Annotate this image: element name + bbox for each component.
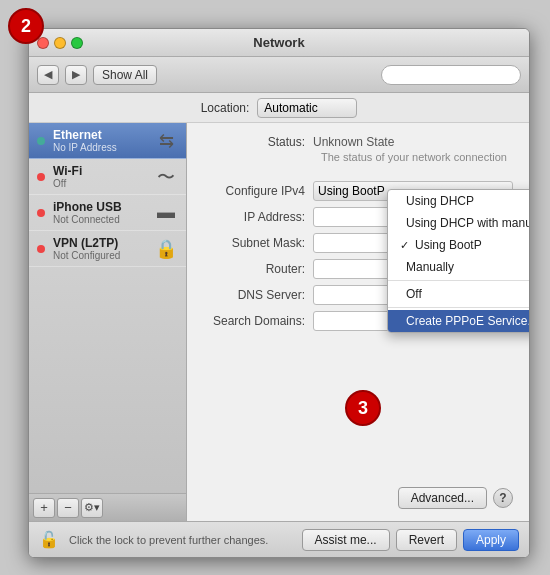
bottom-bar: 🔓 Click the lock to prevent further chan… [29, 521, 529, 557]
menu-item-manually[interactable]: Manually [388, 256, 529, 278]
sidebar: Ethernet No IP Address ⇆ Wi-Fi Off 〜 iPh… [29, 123, 187, 521]
vpn-name: VPN (L2TP) [53, 236, 146, 250]
toolbar: ◀ ▶ Show All [29, 57, 529, 93]
status-value: Unknown State [313, 135, 394, 149]
titlebar: Network [29, 29, 529, 57]
status-desc: The status of your network connection [321, 151, 513, 163]
dns-label: DNS Server: [203, 288, 313, 302]
configure-label: Configure IPv4 [203, 184, 313, 198]
ip-label: IP Address: [203, 210, 313, 224]
menu-divider-1 [388, 280, 529, 281]
iphone-name: iPhone USB [53, 200, 146, 214]
iphone-sub: Not Connected [53, 214, 146, 225]
revert-button[interactable]: Revert [396, 529, 457, 551]
gear-button[interactable]: ⚙▾ [81, 498, 103, 518]
menu-item-bootp[interactable]: ✓ Using BootP [388, 234, 529, 256]
forward-button[interactable]: ▶ [65, 65, 87, 85]
wifi-status-dot [37, 173, 45, 181]
wifi-name: Wi-Fi [53, 164, 146, 178]
back-button[interactable]: ◀ [37, 65, 59, 85]
content-area: Ethernet No IP Address ⇆ Wi-Fi Off 〜 iPh… [29, 123, 529, 521]
status-label: Status: [203, 135, 313, 149]
wifi-icon: 〜 [154, 165, 178, 189]
ethernet-sub: No IP Address [53, 142, 146, 153]
lock-text: Click the lock to prevent further change… [69, 534, 296, 546]
sidebar-item-ethernet[interactable]: Ethernet No IP Address ⇆ [29, 123, 186, 159]
vpn-sub: Not Configured [53, 250, 146, 261]
callout-3: 3 [345, 390, 381, 426]
show-all-button[interactable]: Show All [93, 65, 157, 85]
vpn-icon: 🔒 [154, 238, 178, 260]
remove-button[interactable]: − [57, 498, 79, 518]
sidebar-item-iphone-usb[interactable]: iPhone USB Not Connected ▬ [29, 195, 186, 231]
menu-item-dhcp-manual[interactable]: Using DHCP with manual address [388, 212, 529, 234]
ethernet-icon: ⇆ [154, 130, 178, 152]
location-label: Location: [201, 101, 250, 115]
assist-me-button[interactable]: Assist me... [302, 529, 390, 551]
iphone-status-dot [37, 209, 45, 217]
sidebar-item-wifi[interactable]: Wi-Fi Off 〜 [29, 159, 186, 195]
maximize-button[interactable] [71, 37, 83, 49]
menu-item-create-pppoe[interactable]: Create PPPoE Service... [388, 310, 529, 332]
vpn-status-dot [37, 245, 45, 253]
callout-2: 2 [8, 8, 44, 44]
sidebar-item-vpn[interactable]: VPN (L2TP) Not Configured 🔒 [29, 231, 186, 267]
status-area: Status: Unknown State The status of your… [203, 135, 513, 171]
help-button[interactable]: ? [493, 488, 513, 508]
apply-button[interactable]: Apply [463, 529, 519, 551]
menu-item-off[interactable]: Off [388, 283, 529, 305]
subnet-label: Subnet Mask: [203, 236, 313, 250]
router-label: Router: [203, 262, 313, 276]
window-controls [37, 37, 83, 49]
main-panel: Status: Unknown State The status of your… [187, 123, 529, 521]
search-input[interactable] [381, 65, 521, 85]
lock-icon[interactable]: 🔓 [39, 530, 59, 549]
wifi-sub: Off [53, 178, 146, 189]
search-label: Search Domains: [203, 314, 313, 328]
ethernet-name: Ethernet [53, 128, 146, 142]
sidebar-footer: + − ⚙▾ [29, 493, 186, 521]
menu-item-dhcp[interactable]: Using DHCP [388, 190, 529, 212]
add-button[interactable]: + [33, 498, 55, 518]
window-title: Network [253, 35, 304, 50]
iphone-icon: ▬ [154, 202, 178, 223]
minimize-button[interactable] [54, 37, 66, 49]
ethernet-status-dot [37, 137, 45, 145]
dropdown-menu: Using DHCP Using DHCP with manual addres… [387, 189, 529, 333]
network-window: Network ◀ ▶ Show All Location: Automatic… [28, 28, 530, 558]
advanced-button[interactable]: Advanced... [398, 487, 487, 509]
menu-divider-2 [388, 307, 529, 308]
location-bar: Location: Automatic [29, 93, 529, 123]
location-select[interactable]: Automatic [257, 98, 357, 118]
